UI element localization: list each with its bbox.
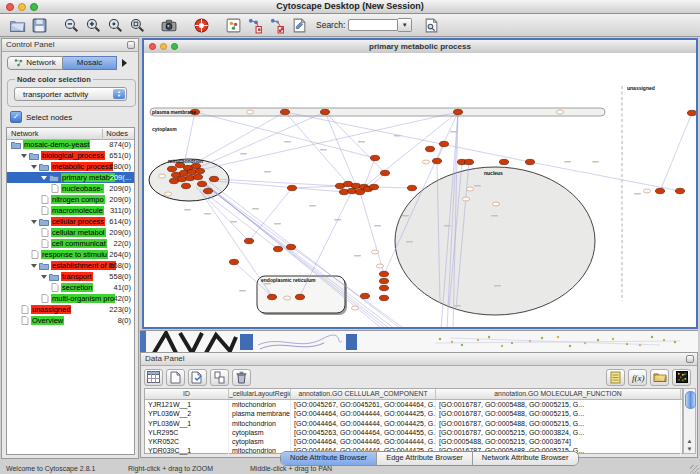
network-node[interactable] [347, 188, 356, 193]
tree-row[interactable]: response to stimulu264(0) [7, 249, 134, 260]
tree-row[interactable]: metabolic process280(0) [7, 161, 134, 172]
network-node[interactable] [380, 170, 389, 175]
table-row[interactable]: YJR121W__1mitochondrion[GO:0045267, GO:0… [145, 400, 682, 409]
network-node[interactable] [432, 158, 441, 163]
network-node-open[interactable] [643, 189, 650, 193]
network-node[interactable] [185, 175, 194, 180]
attribute-select-icon[interactable] [144, 369, 163, 386]
float-data-panel-icon[interactable] [686, 355, 694, 363]
matrix-icon[interactable] [672, 369, 691, 386]
network-node[interactable] [360, 293, 369, 298]
network-node[interactable] [453, 109, 462, 114]
tree-row[interactable]: mosaic-demo-yeast874(0) [7, 139, 134, 150]
network-node-open[interactable] [246, 110, 253, 114]
search-input[interactable] [348, 19, 398, 31]
delete-attribute-icon[interactable] [188, 369, 207, 386]
function-icon[interactable]: f(x) [628, 369, 647, 386]
network-node[interactable] [197, 181, 206, 186]
tree-row[interactable]: multi-organism pro42(0) [7, 293, 134, 304]
trash-icon[interactable] [232, 369, 251, 386]
network-node-open[interactable] [283, 296, 290, 300]
tab-scroll-right-icon[interactable] [122, 59, 127, 67]
tree-row[interactable]: nucleobase-209(0) [7, 183, 134, 194]
network-node-open[interactable] [422, 160, 429, 164]
snapshot-camera-icon[interactable] [160, 16, 178, 34]
open-icon[interactable] [8, 16, 26, 34]
network-overview-icon[interactable] [224, 16, 242, 34]
network-node[interactable] [499, 159, 508, 164]
window-titlebar[interactable]: Cytoscape Desktop (New Session) [0, 0, 700, 14]
network-node[interactable] [193, 174, 202, 179]
network-node[interactable] [464, 159, 473, 164]
network-node[interactable] [181, 183, 190, 188]
network-node[interactable] [167, 166, 176, 171]
network-node[interactable] [179, 170, 188, 175]
disclosure-triangle-icon[interactable] [31, 165, 37, 169]
table-row[interactable]: YLR295Ccytoplasm[GO:0045263, GO:0044464,… [145, 428, 682, 437]
network-node[interactable] [675, 188, 684, 193]
zoom-selected-icon[interactable] [106, 16, 124, 34]
zoom-fit-icon[interactable] [128, 16, 146, 34]
tab-mosaic[interactable]: Mosaic [63, 56, 117, 70]
new-attribute-icon[interactable] [166, 369, 185, 386]
network-node[interactable] [295, 294, 304, 299]
network-node[interactable] [339, 189, 348, 194]
network-node[interactable] [229, 259, 238, 264]
table-row[interactable]: YPL036W__2plasma membrane[GO:0044464, GO… [145, 409, 682, 418]
network-node[interactable] [379, 285, 388, 290]
tree-row[interactable]: nitrogen compo209(0) [7, 194, 134, 205]
table-row[interactable]: YPL036W__1mitochondrion[GO:0044464, GO:0… [145, 419, 682, 428]
network-node[interactable] [379, 278, 388, 283]
search-options-icon[interactable] [422, 16, 440, 34]
network-node[interactable] [203, 188, 212, 193]
network-node[interactable] [355, 189, 364, 194]
frame-zoom-icon[interactable] [171, 43, 178, 50]
network-node[interactable] [655, 188, 664, 193]
network-node-open[interactable] [376, 264, 383, 268]
scrollbar-thumb[interactable] [685, 391, 696, 409]
close-window-icon[interactable] [6, 3, 14, 11]
network-node[interactable] [425, 146, 434, 151]
network-node[interactable] [195, 168, 204, 173]
network-node[interactable] [379, 271, 388, 276]
table-row[interactable]: YKR052Ccytoplasm[GO:0044464, GO:0044446,… [145, 437, 682, 446]
frame-minimize-icon[interactable] [160, 43, 167, 50]
import-folder-icon[interactable] [650, 369, 669, 386]
table-column-header[interactable]: annotation.GO CELLULAR_COMPONENT [291, 389, 436, 399]
minimize-window-icon[interactable] [18, 3, 26, 11]
network-node[interactable] [351, 183, 360, 188]
disclosure-triangle-icon[interactable] [31, 220, 37, 224]
table-scrollbar[interactable]: ▲ ▼ [683, 388, 696, 454]
zoom-window-icon[interactable] [30, 3, 38, 11]
tree-row[interactable]: macromolecule311(0) [7, 205, 134, 216]
network-node-open[interactable] [158, 174, 165, 178]
tree-row[interactable]: biological_process651(0) [7, 150, 134, 161]
node-color-dropdown[interactable]: transporter activity ▲▼ [14, 87, 127, 101]
network-node[interactable] [267, 294, 276, 299]
network-node[interactable] [244, 238, 253, 243]
network-node[interactable] [280, 109, 289, 114]
network-node[interactable] [439, 141, 448, 146]
network-node-open[interactable] [492, 202, 499, 206]
select-nodes-checkbox[interactable]: ✓ [10, 111, 22, 123]
network-node[interactable] [177, 176, 186, 181]
save-icon[interactable] [30, 16, 48, 34]
network-node[interactable] [320, 109, 329, 114]
network-node-open[interactable] [466, 187, 473, 191]
scroll-up-icon[interactable]: ▲ [684, 437, 695, 445]
help-lifering-icon[interactable] [192, 16, 210, 34]
network-node[interactable] [379, 295, 388, 300]
disclosure-triangle-icon[interactable] [41, 176, 47, 180]
zoom-in-icon[interactable] [84, 16, 102, 34]
tree-row[interactable]: cellular process614(0) [7, 216, 134, 227]
network-canvas[interactable]: plasma membranecytoplasmmitochondrionnuc… [144, 53, 696, 327]
tree-row[interactable]: establishment of lo558(0) [7, 260, 134, 271]
network-node-open[interactable] [164, 192, 171, 196]
tree-row[interactable]: Overview8(0) [7, 315, 134, 326]
table-column-header[interactable]: _cellularLayoutRegion [229, 389, 291, 399]
disclosure-triangle-icon[interactable] [21, 154, 27, 158]
zoom-out-icon[interactable] [62, 16, 80, 34]
float-panel-icon[interactable] [127, 41, 135, 49]
network-node[interactable] [687, 110, 696, 115]
tab-network[interactable]: Network [7, 56, 63, 70]
